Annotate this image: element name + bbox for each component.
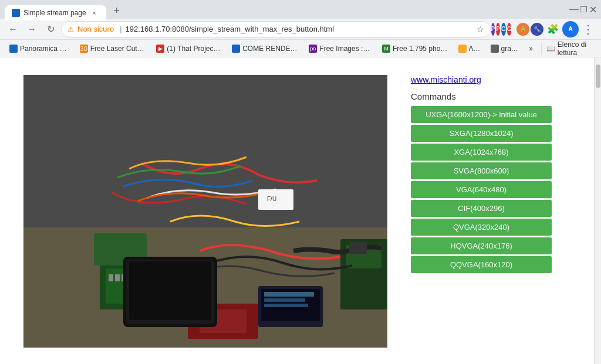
cmd-button-6[interactable]: QVGA(320x240)	[411, 219, 552, 236]
bookmark-favicon-2: ▶	[156, 45, 164, 53]
bookmark-label-6: AWS	[469, 45, 480, 53]
cmd-button-7[interactable]: HQVGA(240x176)	[411, 237, 552, 254]
bookmark-item-6[interactable]: AWS	[454, 42, 485, 55]
bookmark-item-1[interactable]: 30 Free Laser Cut Files...	[75, 42, 151, 55]
ext-icon-3[interactable]: G	[501, 23, 506, 36]
svg-rect-21	[264, 304, 308, 307]
bookmark-favicon-3	[232, 45, 240, 53]
bookmark-label-2: (1) That Project - Yo...	[167, 45, 221, 53]
ext-icon-4[interactable]: G	[507, 23, 512, 36]
bookmark-item-3[interactable]: COME RENDERE S...	[227, 42, 303, 55]
bookmark-favicon-5: M	[382, 45, 390, 53]
scrollbar-thumb[interactable]	[596, 64, 600, 88]
reload-button[interactable]: ↻	[42, 21, 59, 38]
browser-window: Simple stream page × + — ❐ ✕ ← → ↻ ⚠ Non…	[0, 0, 601, 364]
bookmark-item-5[interactable]: M Free 1,795 photos a...	[377, 42, 453, 55]
navigation-bar: ← → ↻ ⚠ Non sicuro | 192.168.1.70:8080/s…	[0, 19, 601, 40]
extensions-button[interactable]: 🧩	[545, 21, 561, 38]
close-button[interactable]: ✕	[589, 6, 596, 13]
bookmark-item-2[interactable]: ▶ (1) That Project - Yo...	[151, 42, 226, 55]
svg-text:F/U: F/U	[267, 196, 276, 202]
svg-rect-19	[264, 292, 314, 297]
commands-title: Commands	[411, 91, 570, 101]
svg-rect-20	[264, 298, 305, 302]
cmd-button-4[interactable]: VGA(640x480)	[411, 181, 552, 198]
reader-area: 📖 Elenco di lettura	[541, 40, 596, 57]
bookmark-favicon-4: pn	[309, 45, 317, 53]
bookmark-item-4[interactable]: pn Free Images : prod...	[304, 42, 376, 55]
bookmarks-bar: Panoramica del sito 30 Free Laser Cut Fi…	[0, 40, 601, 57]
content-area: F/U www.mischianti.or	[0, 57, 601, 364]
cmd-button-0[interactable]: UXGA(1600x1200)-> initial value	[411, 106, 552, 123]
bookmark-label-3: COME RENDERE S...	[242, 45, 298, 53]
svg-rect-22	[349, 242, 367, 254]
bookmark-label-7: graphql	[501, 45, 519, 53]
bookmark-favicon-1: 30	[80, 45, 88, 53]
bookmark-label-4: Free Images : prod...	[319, 45, 372, 53]
security-label: Non sicuro	[77, 25, 114, 33]
stream-svg: F/U	[23, 75, 387, 348]
cmd-button-5[interactable]: CIF(400x296)	[411, 200, 552, 217]
maximize-button[interactable]: ❐	[580, 6, 587, 13]
divider	[541, 43, 542, 55]
forward-button[interactable]: →	[23, 21, 40, 38]
profile-button[interactable]: A	[562, 21, 579, 38]
bookmark-label-1: Free Laser Cut Files...	[90, 45, 146, 53]
reader-mode-label: Elenco di lettura	[558, 40, 596, 57]
ext-icon-5[interactable]: 🔒	[516, 23, 529, 36]
cmd-button-3[interactable]: SVGA(800x600)	[411, 162, 552, 179]
back-button[interactable]: ←	[5, 21, 21, 38]
command-buttons-container: UXGA(1600x1200)-> initial valueSXGA(1280…	[411, 106, 570, 273]
ext-icon-1[interactable]: P	[491, 23, 495, 36]
stream-image: F/U	[23, 75, 387, 348]
svg-rect-5	[115, 274, 120, 281]
address-bar[interactable]: ⚠ Non sicuro | 192.168.1.70:8080/simple_…	[61, 21, 491, 38]
more-bookmarks-button[interactable]: »	[524, 42, 538, 55]
window-controls: — ❐ ✕	[570, 6, 596, 13]
bookmark-label-0: Panoramica del sito	[20, 45, 69, 53]
ext-icon-6[interactable]: 🔧	[531, 23, 543, 36]
bookmark-favicon-6	[458, 45, 467, 53]
bookmark-favicon-7	[491, 45, 499, 53]
svg-rect-14	[129, 261, 211, 320]
reading-list-button[interactable]: 📖 Elenco di lettura	[546, 40, 596, 57]
bookmark-item-0[interactable]: Panoramica del sito	[5, 42, 74, 55]
extensions-area: P P G G	[493, 21, 509, 38]
separator: |	[120, 25, 121, 33]
page-content: F/U www.mischianti.or	[0, 57, 594, 364]
nav-actions: P P G G 🔒 🔧 🧩 A ⋮	[493, 21, 596, 38]
bookmark-item-7[interactable]: graphql	[486, 42, 524, 55]
scrollbar-track[interactable]	[594, 57, 601, 364]
right-panel: www.mischianti.org Commands UXGA(1600x12…	[411, 75, 570, 348]
bookmark-favicon-0	[9, 45, 18, 53]
tab-favicon	[12, 9, 20, 17]
security-icon: ⚠	[67, 25, 74, 33]
tab-close-button[interactable]: ×	[90, 8, 99, 18]
url-text: 192.168.1.70:8080/simple_stream_with_max…	[126, 25, 473, 33]
title-bar: Simple stream page × + — ❐ ✕	[0, 0, 601, 19]
bookmark-label-5: Free 1,795 photos a...	[393, 45, 448, 53]
active-tab[interactable]: Simple stream page ×	[5, 5, 106, 21]
tab-bar: Simple stream page × +	[5, 0, 566, 19]
svg-rect-4	[109, 274, 113, 281]
main-layout: F/U www.mischianti.or	[12, 69, 582, 353]
cmd-button-1[interactable]: SXGA(1280x1024)	[411, 125, 552, 142]
website-link[interactable]: www.mischianti.org	[411, 75, 570, 84]
bookmark-star-icon[interactable]: ☆	[477, 25, 484, 34]
cmd-button-2[interactable]: XGA(1024x768)	[411, 144, 552, 161]
more-menu-button[interactable]: ⋮	[580, 21, 596, 38]
minimize-button[interactable]: —	[570, 6, 578, 13]
new-tab-button[interactable]: +	[109, 2, 125, 19]
cmd-button-8[interactable]: QQVGA(160x120)	[411, 256, 552, 273]
ext-icon-2[interactable]: P	[496, 23, 500, 36]
tab-title: Simple stream page	[23, 9, 86, 17]
book-icon: 📖	[546, 45, 555, 53]
